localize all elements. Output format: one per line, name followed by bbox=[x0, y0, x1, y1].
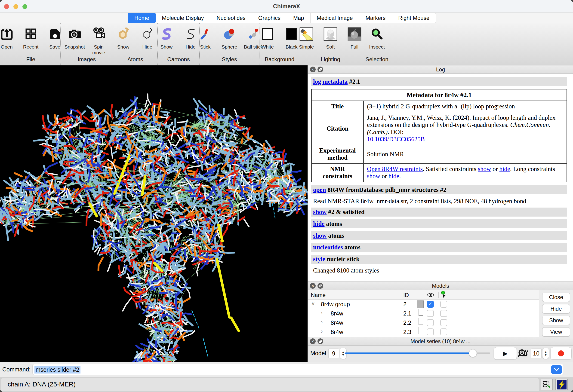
open-cmd-link[interactable]: open bbox=[313, 186, 326, 193]
open-restraints-link[interactable]: Open 8R4W restraints bbox=[367, 166, 423, 172]
nmr-text: . Satisfied constraints bbox=[423, 166, 478, 172]
models-close-icon[interactable]: ✕ bbox=[310, 283, 316, 289]
tab-nucleotides[interactable]: Nucleotides bbox=[210, 13, 252, 23]
style-cmd-link[interactable]: style bbox=[313, 256, 325, 263]
chevron-down-icon[interactable]: ∨ bbox=[311, 301, 315, 307]
tab-home[interactable]: Home bbox=[128, 13, 156, 23]
show-cmd-link[interactable]: show bbox=[313, 208, 327, 215]
log-float-icon[interactable] bbox=[318, 67, 323, 72]
tab-graphics[interactable]: Graphics bbox=[252, 13, 287, 23]
command-input[interactable]: mseries slider #2 bbox=[32, 364, 564, 375]
model-row-2-3[interactable]: › 8r4w 2.3 bbox=[308, 327, 539, 337]
long-hide-link[interactable]: hide bbox=[389, 173, 399, 180]
tab-map[interactable]: Map bbox=[287, 13, 311, 23]
white-swatch-icon bbox=[260, 27, 275, 43]
nucleotides-cmd-link[interactable]: nucleotides bbox=[313, 244, 343, 251]
model-color-swatch[interactable] bbox=[417, 301, 424, 308]
satisfied-show-link[interactable]: show bbox=[478, 166, 491, 172]
background-white-button[interactable]: White bbox=[256, 27, 279, 56]
tab-molecule-display[interactable]: Molecule Display bbox=[156, 13, 210, 23]
slider-thumb[interactable] bbox=[469, 349, 477, 357]
show-atoms-cmd-link[interactable]: show bbox=[313, 232, 327, 239]
command-text-selected[interactable]: mseries slider #2 bbox=[35, 366, 80, 374]
chevron-right-icon[interactable]: › bbox=[321, 319, 322, 325]
log-line-text: atoms bbox=[327, 232, 344, 239]
model-id: 2 bbox=[403, 301, 407, 308]
models-show-button[interactable]: Show bbox=[542, 316, 570, 325]
series-float-icon[interactable] bbox=[318, 338, 323, 344]
doi-link[interactable]: 10.1039/D3CC05625B bbox=[367, 136, 425, 143]
models-view-button[interactable]: View bbox=[542, 327, 570, 337]
selection-mode-button[interactable] bbox=[541, 379, 553, 390]
record-button[interactable] bbox=[550, 347, 572, 360]
atoms-show-button[interactable]: Show bbox=[112, 27, 134, 56]
models-buttons-column: Close Hide Show View bbox=[539, 290, 573, 337]
model-name: 8r4w bbox=[331, 310, 343, 317]
model-select-checkbox[interactable] bbox=[440, 319, 447, 326]
model-shown-checkbox[interactable]: ✓ bbox=[427, 301, 434, 308]
metadata-citation-label: Citation bbox=[311, 112, 363, 145]
style-stick-button[interactable]: Stick bbox=[194, 27, 216, 56]
model-select-checkbox[interactable] bbox=[440, 301, 447, 308]
models-panel-title: Models bbox=[308, 282, 573, 290]
series-close-icon[interactable]: ✕ bbox=[310, 338, 316, 344]
chevron-down-icon bbox=[554, 368, 560, 372]
log-metadata-link[interactable]: log metadata bbox=[313, 78, 348, 85]
recent-button[interactable]: Recent bbox=[20, 27, 42, 56]
model-shown-checkbox[interactable] bbox=[427, 328, 434, 335]
model-shown-checkbox[interactable] bbox=[427, 319, 434, 326]
tab-right-mouse[interactable]: Right Mouse bbox=[392, 13, 436, 23]
models-hide-button[interactable]: Hide bbox=[542, 304, 570, 313]
camera-icon bbox=[67, 27, 82, 43]
molecule-canvas[interactable] bbox=[0, 65, 307, 362]
nmr-text: . bbox=[399, 173, 401, 180]
models-close-button[interactable]: Close bbox=[542, 293, 570, 302]
chevron-right-icon[interactable]: › bbox=[321, 310, 322, 316]
long-show-link[interactable]: show bbox=[367, 173, 380, 180]
soft-lighting-icon-button[interactable]: Soft bbox=[319, 27, 341, 56]
command-history-dropdown[interactable] bbox=[551, 365, 562, 374]
graphics-viewport[interactable] bbox=[0, 65, 307, 362]
model-number-field[interactable]: 9 bbox=[328, 349, 339, 358]
model-series-slider[interactable] bbox=[345, 353, 490, 354]
satisfied-hide-link[interactable]: hide bbox=[499, 166, 510, 172]
model-row-2-2[interactable]: › 8r4w 2.2 bbox=[308, 318, 539, 327]
spin-movie-button[interactable]: Spin movie bbox=[88, 27, 110, 56]
select-pointer-icon bbox=[440, 291, 446, 300]
models-panel: ✕ Models Name ID ∨ 8r4w grou bbox=[308, 282, 573, 337]
model-row-group[interactable]: ∨ 8r4w group 2 ✓ bbox=[308, 300, 539, 309]
play-button[interactable]: ▶ bbox=[494, 347, 517, 360]
model-series-header: ✕ Model series (10) 8r4w ... bbox=[308, 337, 573, 345]
models-panel-header: ✕ Models bbox=[308, 282, 573, 290]
open-button[interactable]: Open bbox=[0, 27, 18, 56]
hide-cmd-link[interactable]: hide bbox=[313, 220, 325, 227]
section-label-atoms: Atoms bbox=[127, 56, 143, 63]
log-line-text: atoms bbox=[325, 220, 342, 227]
chevron-right-icon[interactable]: › bbox=[321, 328, 322, 334]
rate-field[interactable]: 10 bbox=[531, 349, 541, 358]
model-select-checkbox[interactable] bbox=[440, 310, 447, 317]
stepper-down-icon[interactable]: ▼ bbox=[544, 354, 547, 356]
rate-stepper[interactable]: ▲▼ bbox=[542, 348, 549, 359]
stepper-down-icon[interactable]: ▼ bbox=[342, 354, 345, 356]
fast-mode-button[interactable] bbox=[555, 379, 568, 390]
model-shown-checkbox[interactable] bbox=[427, 310, 434, 317]
section-label-cartoons: Cartoons bbox=[167, 56, 190, 63]
tab-markers[interactable]: Markers bbox=[359, 13, 392, 23]
atoms-hide-button[interactable]: Hide bbox=[136, 27, 158, 56]
stepper-up-icon[interactable]: ▲ bbox=[544, 351, 547, 353]
models-float-icon[interactable] bbox=[318, 283, 323, 289]
model-row-2-1[interactable]: › 8r4w 2.1 bbox=[308, 309, 539, 318]
model-select-checkbox[interactable] bbox=[440, 328, 447, 335]
toolbar-section-lighting: Simple Soft Full Lighting bbox=[300, 23, 361, 65]
style-sphere-button[interactable]: Sphere bbox=[218, 27, 240, 56]
atoms-show-icon bbox=[116, 27, 131, 43]
stepper-up-icon[interactable]: ▲ bbox=[342, 351, 345, 353]
cartoons-show-button[interactable]: Show bbox=[155, 27, 178, 56]
tab-medical-image[interactable]: Medical Image bbox=[311, 13, 359, 23]
snapshot-button[interactable]: Snapshot bbox=[64, 27, 86, 56]
inspect-button[interactable]: Inspect bbox=[366, 27, 388, 56]
lighting-simple-button[interactable]: Simple bbox=[295, 27, 318, 56]
log-close-icon[interactable]: ✕ bbox=[310, 67, 316, 72]
section-label-lighting: Lighting bbox=[321, 56, 340, 63]
